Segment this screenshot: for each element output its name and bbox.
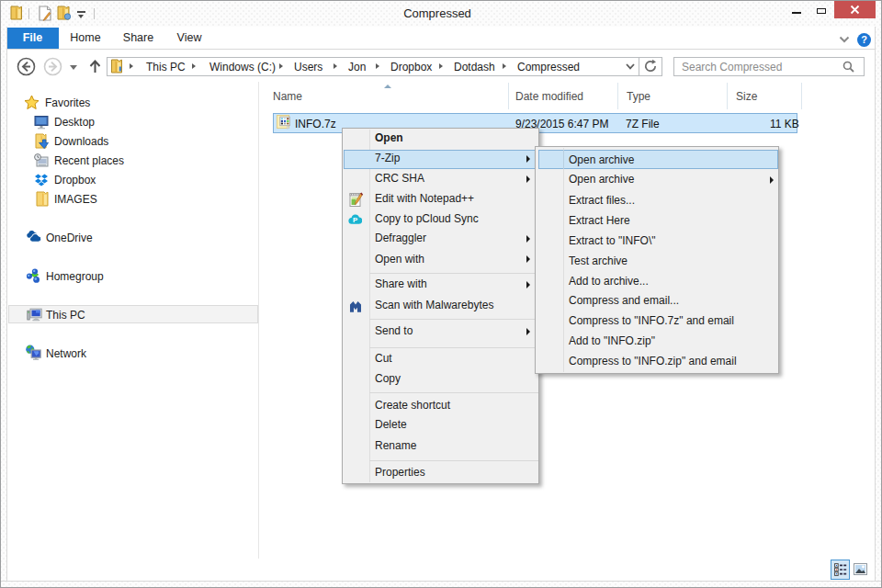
svg-text:P: P [353, 216, 357, 224]
